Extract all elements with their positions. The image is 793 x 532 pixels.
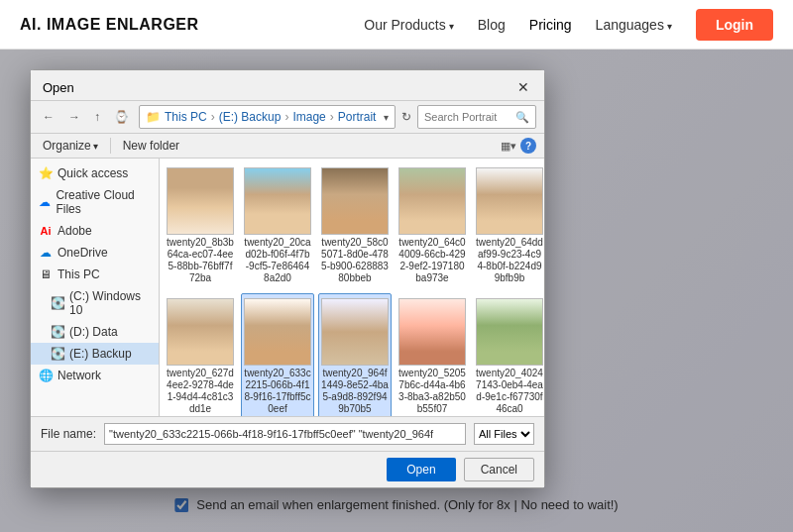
file-name: twenty20_64ddaf99-9c23-4c94-8b0f-b224d99… (476, 237, 543, 284)
onedrive-icon: ☁ (39, 246, 53, 260)
search-box[interactable]: 🔍 (417, 105, 536, 129)
drive-c-icon: 💽 (51, 296, 64, 310)
file-thumbnail (321, 298, 389, 366)
up-button[interactable]: ↑ (90, 108, 104, 126)
open-button[interactable]: Open (387, 458, 455, 481)
file-name: twenty20_633c2215-066b-4f18-9f16-17fbff5… (244, 368, 311, 415)
quick-access-icon: ⭐ (39, 166, 53, 180)
file-item[interactable]: twenty20_40247143-0eb4-4ead-9e1c-f67730f… (473, 293, 544, 416)
filename-input[interactable] (104, 423, 466, 445)
dialog-backdrop: Open ✕ ← → ↑ ⌚ 📁 This PC › (E:) Backup ›… (0, 50, 793, 532)
navbar: AI. IMAGE ENLARGER Our Products Blog Pri… (0, 0, 793, 50)
sidebar-item-e-drive[interactable]: 💽 (E:) Backup (31, 343, 159, 365)
chevron-down-icon (93, 139, 98, 153)
file-name: twenty20_964f1449-8e52-4ba5-a9d8-892f949… (321, 368, 389, 415)
nav-pricing[interactable]: Pricing (529, 17, 572, 33)
back-button[interactable]: ← (39, 108, 58, 126)
view-buttons: ▦▾ ? (499, 138, 536, 155)
path-bar[interactable]: 📁 This PC › (E:) Backup › Image › Portra… (139, 105, 396, 129)
view-options-button[interactable]: ▦▾ (499, 138, 518, 155)
file-name: twenty20_20cad02b-f06f-4f7b-9cf5-7e86464… (244, 237, 311, 284)
new-folder-button[interactable]: New folder (119, 137, 183, 155)
file-item[interactable]: twenty20_64ddaf99-9c23-4c94-8b0f-b224d99… (473, 162, 544, 289)
file-name: twenty20_40247143-0eb4-4ead-9e1c-f67730f… (476, 368, 543, 415)
sidebar-item-c-drive[interactable]: 💽 (C:) Windows 10 (31, 285, 159, 321)
file-thumbnail (398, 298, 466, 366)
file-item[interactable]: twenty20_64c04009-66cb-4292-9ef2-197180b… (396, 162, 469, 289)
dialog-buttons: Open Cancel (31, 451, 544, 487)
file-name: twenty20_64c04009-66cb-4292-9ef2-197180b… (398, 237, 466, 284)
dialog-sidebar: ⭐ Quick access ☁ Creative Cloud Files Ai… (31, 159, 160, 416)
file-item[interactable]: twenty20_58c05071-8d0e-4785-b900-6288838… (318, 162, 392, 289)
drive-e-icon: 💽 (51, 347, 64, 361)
sidebar-item-this-pc[interactable]: 🖥 This PC (31, 264, 159, 285)
path-part-4: Portrait (338, 110, 377, 124)
dialog-files-area[interactable]: twenty20_8b3b64ca-ec07-4ee5-88bb-76bff7f… (160, 159, 544, 416)
creative-cloud-icon: ☁ (39, 195, 51, 209)
file-thumbnail (321, 167, 389, 235)
sidebar-item-quick-access[interactable]: ⭐ Quick access (31, 162, 159, 184)
chevron-down-icon (449, 17, 454, 33)
file-name: twenty20_52057b6c-d44a-4b63-8ba3-a82b50b… (398, 368, 466, 415)
file-item[interactable]: twenty20_633c2215-066b-4f18-9f16-17fbff5… (241, 293, 314, 416)
nav-our-products[interactable]: Our Products (364, 17, 453, 33)
forward-button[interactable]: → (64, 108, 84, 126)
file-name: twenty20_627d4ee2-9278-4de1-94d4-4c81c3d… (167, 368, 234, 415)
login-button[interactable]: Login (696, 9, 773, 41)
file-item[interactable]: twenty20_8b3b64ca-ec07-4ee5-88bb-76bff7f… (164, 162, 237, 289)
brand-logo: AI. IMAGE ENLARGER (20, 16, 199, 34)
file-thumbnail (476, 167, 543, 235)
path-part-3: Image (292, 110, 325, 124)
search-input[interactable] (424, 111, 515, 123)
cancel-button[interactable]: Cancel (464, 458, 534, 481)
sidebar-item-creative-cloud[interactable]: ☁ Creative Cloud Files (31, 184, 159, 220)
filetype-select[interactable]: All Files (474, 423, 534, 445)
dialog-organize-toolbar: Organize New folder ▦▾ ? (31, 134, 544, 159)
nav-links: Our Products Blog Pricing Languages Logi… (364, 9, 773, 41)
dialog-titlebar: Open ✕ (31, 70, 544, 101)
recent-button[interactable]: ⌚ (110, 108, 133, 126)
toolbar-separator (110, 138, 111, 154)
dialog-nav-toolbar: ← → ↑ ⌚ 📁 This PC › (E:) Backup › Image … (31, 101, 544, 134)
file-item[interactable]: twenty20_52057b6c-d44a-4b63-8ba3-a82b50b… (396, 293, 469, 416)
filename-bar: File name: All Files (31, 416, 544, 451)
sidebar-item-network[interactable]: 🌐 Network (31, 365, 159, 386)
file-thumbnail (167, 167, 234, 235)
file-thumbnail (476, 298, 543, 366)
dialog-title: Open (43, 80, 74, 95)
file-thumbnail (398, 167, 466, 235)
network-icon: 🌐 (39, 369, 53, 382)
sidebar-item-d-drive[interactable]: 💽 (D:) Data (31, 321, 159, 343)
path-part-2: (E:) Backup (219, 110, 282, 124)
help-button[interactable]: ? (520, 138, 536, 154)
nav-blog[interactable]: Blog (478, 17, 506, 33)
organize-button[interactable]: Organize (39, 137, 102, 155)
path-folder-icon: 📁 (146, 110, 161, 124)
chevron-down-icon (667, 17, 672, 33)
file-thumbnail (244, 298, 311, 366)
search-icon: 🔍 (515, 111, 529, 124)
file-thumbnail (167, 298, 234, 366)
file-item[interactable]: twenty20_627d4ee2-9278-4de1-94d4-4c81c3d… (164, 293, 237, 416)
sidebar-item-onedrive[interactable]: ☁ OneDrive (31, 242, 159, 264)
file-thumbnail (244, 167, 311, 235)
sidebar-item-adobe[interactable]: Ai Adobe (31, 220, 159, 242)
file-item[interactable]: twenty20_964f1449-8e52-4ba5-a9d8-892f949… (318, 293, 392, 416)
drive-d-icon: 💽 (51, 325, 64, 339)
nav-languages[interactable]: Languages (596, 17, 672, 33)
file-name: twenty20_58c05071-8d0e-4785-b900-6288838… (321, 237, 389, 284)
file-item[interactable]: twenty20_20cad02b-f06f-4f7b-9cf5-7e86464… (241, 162, 314, 289)
dialog-body: ⭐ Quick access ☁ Creative Cloud Files Ai… (31, 159, 544, 416)
main-content: ger ithout losing quality. By AI Here. O… (0, 50, 793, 532)
path-dropdown-button[interactable]: ▾ (384, 112, 389, 123)
file-open-dialog: Open ✕ ← → ↑ ⌚ 📁 This PC › (E:) Backup ›… (30, 69, 545, 488)
dialog-close-button[interactable]: ✕ (514, 78, 532, 96)
refresh-button[interactable]: ↻ (401, 110, 411, 124)
computer-icon: 🖥 (39, 267, 53, 281)
path-part-1: This PC (165, 110, 207, 124)
filename-label: File name: (41, 427, 96, 441)
files-grid: twenty20_8b3b64ca-ec07-4ee5-88bb-76bff7f… (164, 162, 540, 416)
file-name: twenty20_8b3b64ca-ec07-4ee5-88bb-76bff7f… (167, 237, 234, 284)
adobe-icon: Ai (39, 224, 53, 238)
